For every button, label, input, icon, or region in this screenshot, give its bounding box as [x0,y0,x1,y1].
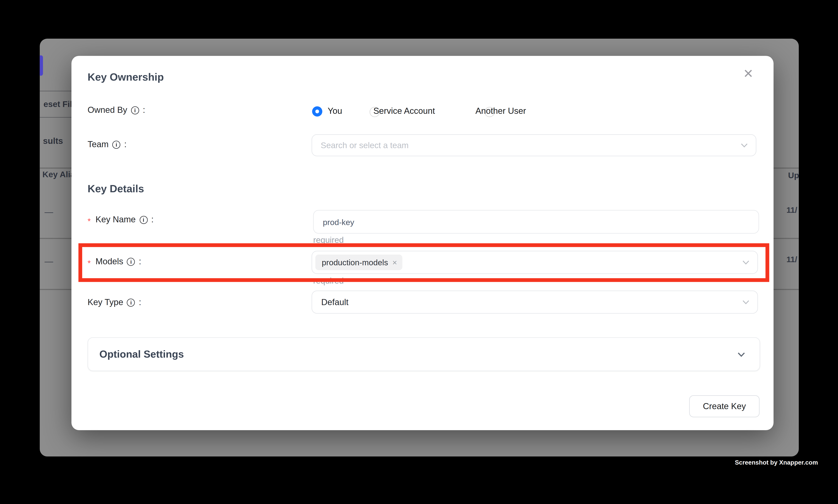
table-row-key-alias: — [44,207,53,217]
chevron-down-icon [742,298,750,306]
key-name-label-text: Key Name [95,215,136,225]
close-icon: ✕ [743,66,753,81]
table-row-updated-date: 11/ [786,205,797,214]
results-count-fragment: sults [43,137,63,146]
chevron-down-icon [742,258,750,266]
reset-filters-label-fragment: eset Filt [43,100,75,109]
create-key-modal: ✕ Key Ownership Owned By i : You Service… [71,56,773,430]
column-header-updated: Up [788,171,799,181]
key-name-value: prod-key [323,217,354,227]
radio-you[interactable] [312,106,322,116]
models-label-text: Models [95,257,123,267]
key-name-input[interactable]: prod-key [313,210,759,234]
info-icon[interactable]: i [127,298,135,306]
label-colon: : [151,215,154,225]
info-glyph: i [130,300,132,305]
required-asterisk: * [88,258,91,267]
radio-service-account-label[interactable]: Service Account [373,106,435,116]
section-title-key-details: Key Details [88,182,144,195]
table-row-key-alias: — [44,257,53,267]
column-header-key-alias: Key Alia [42,169,75,179]
create-key-accent-pill [40,55,43,76]
key-name-validation-message: required [313,235,344,245]
info-icon[interactable]: i [139,216,147,224]
watermark-credit: Screenshot by Xnapper.com [735,459,818,466]
models-validation-message: required [313,276,344,286]
selected-model-tag-text: production-models [322,258,388,267]
section-title-key-ownership: Key Ownership [88,71,164,83]
optional-settings-header[interactable]: Optional Settings [88,337,760,371]
info-glyph: i [143,217,144,222]
required-asterisk: * [88,216,91,225]
models-select[interactable]: production-models × [311,251,758,274]
info-glyph: i [130,259,132,265]
key-name-label: * Key Name i : [88,215,154,225]
radio-you-label[interactable]: You [327,106,342,116]
key-type-label: Key Type i : [88,298,141,307]
owned-by-label-text: Owned By [88,105,127,115]
team-select[interactable]: Search or select a team [311,134,756,156]
info-icon[interactable]: i [131,106,139,114]
owned-by-label: Owned By i : [88,105,145,115]
label-colon: : [124,140,126,149]
create-key-button-label: Create Key [703,401,746,411]
label-colon: : [139,257,141,267]
create-key-button[interactable]: Create Key [689,395,760,417]
optional-settings-title: Optional Settings [100,348,184,360]
screenshot-canvas: eset Filt sults Key Alia Up — 11/ — 11/ … [0,0,838,504]
models-label: * Models i : [88,257,141,267]
label-colon: : [139,298,141,307]
tag-remove-icon[interactable]: × [392,258,397,267]
table-row-updated-date: 11/ [786,254,797,264]
selected-model-tag: production-models × [315,254,403,270]
chevron-down-icon [740,141,748,149]
info-icon[interactable]: i [112,140,120,148]
info-glyph: i [115,142,117,147]
info-icon[interactable]: i [127,257,135,266]
chevron-down-icon [737,350,746,358]
team-select-placeholder: Search or select a team [321,140,409,150]
team-label: Team i : [88,140,126,149]
key-type-label-text: Key Type [88,298,123,307]
key-type-value: Default [321,297,348,307]
close-button[interactable]: ✕ [739,65,757,83]
label-colon: : [143,105,145,115]
info-glyph: i [134,107,136,113]
radio-another-user-label[interactable]: Another User [476,106,526,116]
team-label-text: Team [88,140,109,149]
key-type-select[interactable]: Default [311,290,758,313]
